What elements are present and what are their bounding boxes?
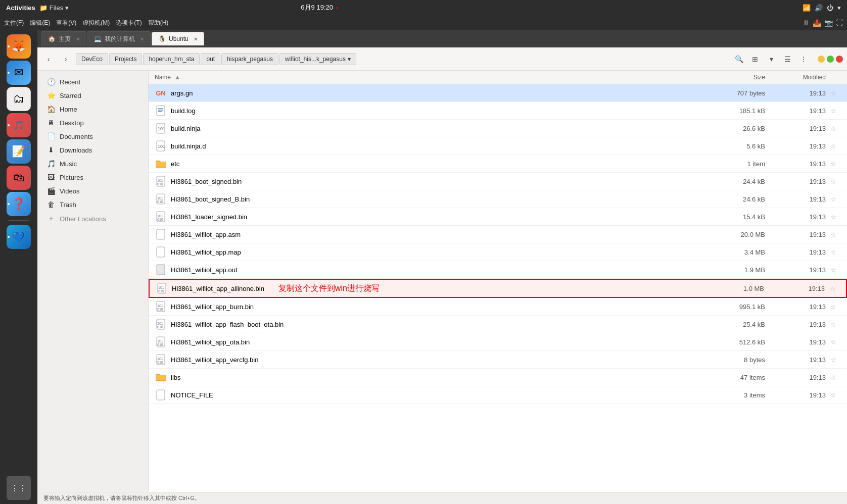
file-star-button[interactable]: ☆ [826, 248, 841, 256]
table-row[interactable]: 101010 Hi3861_boot_signed.bin 24.4 kB 19… [149, 173, 847, 190]
dock-texteditor[interactable]: 📝 [7, 139, 31, 164]
column-name[interactable]: Name ▲ [155, 74, 710, 81]
back-button[interactable]: ‹ [41, 52, 56, 66]
sidebar-item-music[interactable]: 🎵 Music [40, 157, 145, 170]
table-row[interactable]: 101010 Hi3861_wifiiot_app_flash_boot_ota… [149, 316, 847, 333]
file-modified: 19:13 [775, 160, 826, 168]
topbar: Activities 📁 Files ▾ 6月9 19:20 ● 📶 🔊 ⏻ ▾ [0, 0, 847, 15]
sidebar-item-videos[interactable]: 🎬 Videos [40, 184, 145, 197]
dock-software[interactable]: 🛍 [7, 166, 31, 190]
sidebar-item-documents[interactable]: 📄 Documents [40, 130, 145, 143]
file-star-button[interactable]: ☆ [826, 160, 841, 168]
breadcrumb-projects[interactable]: Projects [109, 53, 142, 65]
breadcrumb-deveco[interactable]: DevEco [76, 53, 108, 65]
file-star-button[interactable]: ☆ [826, 338, 841, 346]
activities-button[interactable]: Activities [6, 4, 35, 12]
sidebar-item-desktop[interactable]: 🖥 Desktop [40, 116, 145, 129]
file-star-button[interactable]: ☆ [826, 356, 841, 364]
network-icon[interactable]: 📶 [803, 4, 811, 12]
file-star-button[interactable]: ☆ [826, 107, 841, 115]
dock-vscode[interactable]: 💙 [7, 225, 31, 249]
table-row[interactable]: 101010 Hi3861_wifiiot_app_allinone.bin 复… [149, 279, 847, 298]
file-star-button[interactable]: ☆ [826, 321, 841, 328]
view-options-button[interactable]: ▾ [764, 52, 778, 66]
list-view-button[interactable]: ☰ [780, 52, 794, 66]
table-row[interactable]: Hi3861_wifiiot_app.asm 20.0 MB 19:13 ☆ [149, 226, 847, 243]
grid-view-button[interactable]: ⊞ [748, 52, 762, 66]
tab-ubuntu[interactable]: 🐧 Ubuntu ✕ [152, 32, 204, 45]
table-row[interactable]: build.log 185.1 kB 19:13 ☆ [149, 102, 847, 120]
volume-icon[interactable]: 🔊 [815, 4, 823, 12]
file-star-button[interactable]: ☆ [826, 178, 841, 185]
close-tab-ubuntu[interactable]: ✕ [194, 36, 198, 42]
menu-button[interactable]: ⋮ [796, 52, 811, 66]
power-icon[interactable]: ⏻ [827, 4, 833, 12]
table-row[interactable]: 101010 Hi3861_wifiiot_app_burn.bin 995.1… [149, 298, 847, 316]
table-row[interactable]: 101 build.ninja 26.6 kB 19:13 ☆ [149, 120, 847, 137]
menu-file[interactable]: 文件(F) [4, 19, 24, 27]
app-menu[interactable]: 📁 Files ▾ [39, 4, 69, 12]
breadcrumb-out[interactable]: out [201, 53, 220, 65]
dock-help[interactable]: ❓ [7, 192, 31, 216]
sidebar-item-recent[interactable]: 🕐 Recent [40, 75, 145, 88]
file-star-button[interactable]: ☆ [826, 195, 841, 203]
close-tab-home[interactable]: ✕ [76, 36, 80, 42]
file-star-button[interactable]: ☆ [826, 374, 841, 381]
chevron-down-icon[interactable]: ▾ [837, 4, 841, 12]
breadcrumb-wifiiot[interactable]: wifiiot_his...k_pegasus ▾ [279, 53, 356, 65]
dock-rhythmbox[interactable]: 🎵 Rhythmbox [7, 113, 31, 137]
sidebar-item-downloads[interactable]: ⬇ Downloads [40, 143, 145, 157]
vm-send-icon[interactable]: 📤 [813, 19, 821, 27]
file-star-button[interactable]: ☆ [826, 231, 841, 238]
menu-help[interactable]: 帮助(H) [148, 19, 169, 27]
table-row[interactable]: 101010 Hi3861_wifiiot_app_ota.bin 512.6 … [149, 333, 847, 351]
table-row[interactable]: etc 1 item 19:13 ☆ [149, 155, 847, 173]
tab-mycomputer[interactable]: 💻 我的计算机 ✕ [87, 31, 151, 46]
dock-thunderbird[interactable]: ✉ [7, 61, 31, 85]
sidebar-item-pictures[interactable]: 🖼 Pictures [40, 171, 145, 184]
file-star-button[interactable]: ☆ [826, 266, 841, 274]
file-star-button[interactable]: ☆ [825, 285, 840, 292]
minimize-button[interactable] [818, 56, 825, 63]
column-modified[interactable]: Modified [775, 74, 826, 81]
dock-show-apps[interactable]: ⋮⋮ [7, 476, 31, 500]
file-star-button[interactable]: ☆ [826, 303, 841, 311]
vm-fullscreen-icon[interactable]: ⛶ [836, 19, 843, 27]
table-row[interactable]: 101010 Hi3861_boot_signed_B.bin 24.6 kB … [149, 190, 847, 208]
column-size[interactable]: Size [710, 74, 775, 81]
dock-firefox[interactable]: 🦊 [7, 34, 31, 59]
file-name: Hi3861_wifiiot_app_burn.bin [171, 303, 254, 311]
close-tab-mycomputer[interactable]: ✕ [140, 36, 144, 42]
file-star-button[interactable]: ☆ [826, 142, 841, 150]
file-star-button[interactable]: ☆ [826, 213, 841, 221]
sidebar-item-home[interactable]: 🏠 Home [40, 103, 145, 116]
table-row[interactable]: NOTICE_FILE 3 items 19:13 ☆ [149, 386, 847, 404]
breadcrumb-hoperun[interactable]: hoperun_hm_sta [143, 53, 200, 65]
sidebar-item-starred[interactable]: ⭐ Starred [40, 89, 145, 102]
breadcrumb-hispark[interactable]: hispark_pegasus [221, 53, 278, 65]
table-row[interactable]: 101010 Hi3861_loader_signed.bin 15.4 kB … [149, 208, 847, 226]
close-button[interactable] [836, 56, 843, 63]
sidebar-item-trash[interactable]: 🗑 Trash [40, 198, 145, 211]
menu-vm[interactable]: 虚拟机(M) [82, 19, 110, 27]
table-row[interactable]: Hi3861_wifiiot_app.map 3.4 MB 19:13 ☆ [149, 243, 847, 261]
vm-snapshot-icon[interactable]: 📷 [824, 19, 833, 27]
table-row[interactable]: libs 47 items 19:13 ☆ [149, 369, 847, 386]
file-star-button[interactable]: ☆ [826, 89, 841, 97]
vm-pause-icon[interactable]: ⏸ [803, 19, 810, 27]
sidebar-item-other-locations[interactable]: ＋ Other Locations [40, 212, 145, 226]
table-row[interactable]: Hi3861_wifiiot_app.out 1.9 MB 19:13 ☆ [149, 261, 847, 279]
menu-edit[interactable]: 编辑(E) [30, 19, 50, 27]
forward-button[interactable]: › [59, 52, 73, 66]
table-row[interactable]: 101010 Hi3861_wifiiot_app_vercfg.bin 8 b… [149, 351, 847, 369]
tab-home[interactable]: 🏠 主页 ✕ [41, 31, 86, 46]
table-row[interactable]: GN args.gn 707 bytes 19:13 ☆ [149, 84, 847, 102]
file-star-button[interactable]: ☆ [826, 125, 841, 132]
search-button[interactable]: 🔍 [732, 52, 746, 66]
file-star-button[interactable]: ☆ [826, 391, 841, 399]
maximize-button[interactable] [827, 56, 834, 63]
table-row[interactable]: 101 build.ninja.d 5.6 kB 19:13 ☆ [149, 137, 847, 155]
dock-files[interactable]: 🗂 [7, 87, 31, 111]
menu-view[interactable]: 查看(V) [56, 19, 76, 27]
menu-tabs[interactable]: 选项卡(T) [116, 19, 142, 27]
